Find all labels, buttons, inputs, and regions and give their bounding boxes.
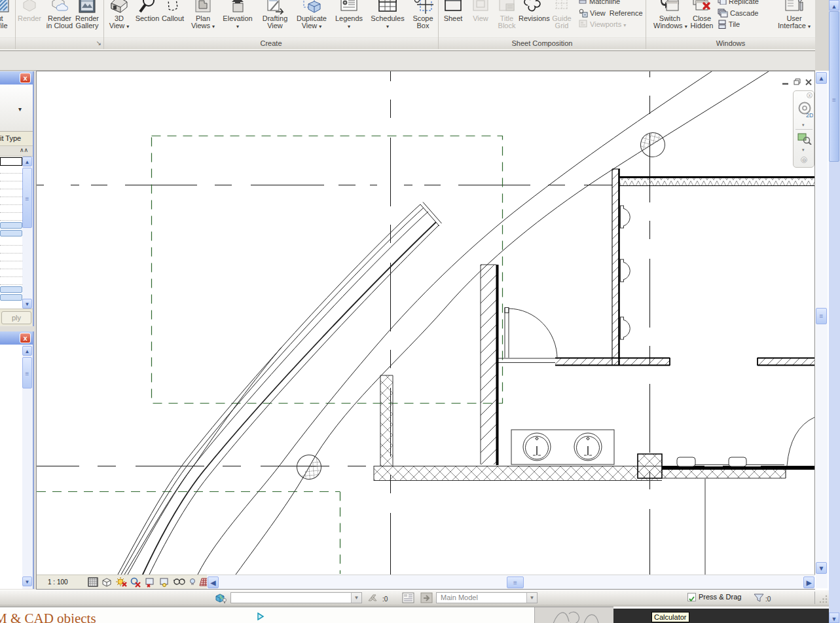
svg-text::0: :0 [382, 595, 388, 603]
svg-text::0: :0 [765, 595, 771, 603]
svg-text:2D: 2D [806, 112, 813, 119]
